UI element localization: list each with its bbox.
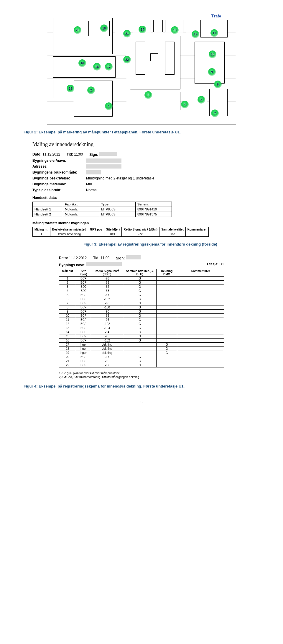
cell: 890TNG1419 <box>136 207 172 212</box>
cell: G <box>123 310 156 314</box>
cell: dekning <box>91 343 123 347</box>
cell: G <box>123 318 156 322</box>
cell: God <box>159 232 186 237</box>
cell <box>157 318 177 322</box>
cell: G <box>123 305 156 310</box>
cell: -78 <box>91 277 123 281</box>
col-header: Samtale kvalitet <box>159 227 186 232</box>
table-row: 16BCF-102G <box>59 339 224 343</box>
col-header: Type <box>99 202 136 207</box>
table-row: 1BCF-78G <box>59 277 224 281</box>
col-header: GPS pos <box>88 227 104 232</box>
glass-label: Type glass brukt: <box>32 188 80 192</box>
table-row: 18IngendekningG <box>59 347 224 351</box>
cell: BCF <box>76 281 91 285</box>
handset-header: Håndsett data: <box>32 196 259 200</box>
use-redacted <box>86 170 101 174</box>
cell: 1 <box>33 232 50 237</box>
measure-point-13: 13 <box>171 26 179 34</box>
cell: G <box>123 293 156 297</box>
indoor-footnotes: 1) Se gulv plan for oversikt over målepu… <box>59 372 224 379</box>
sign-label: Sign: <box>89 153 98 157</box>
footnote: 1) Se gulv plan for oversikt over målepu… <box>59 372 224 375</box>
cell <box>185 232 208 237</box>
measure-point-9: 9 <box>208 68 216 76</box>
cell: 4 <box>59 289 76 293</box>
cell <box>157 330 177 334</box>
cell: -72 <box>122 232 159 237</box>
cell <box>157 363 177 367</box>
table-row: 1Utenfor hovedinng.BCF-72God <box>33 232 209 237</box>
cell: Motorola <box>63 207 99 212</box>
cell: BCF <box>76 339 91 343</box>
cell <box>157 285 177 289</box>
table-row: 8BCF-100G <box>59 305 224 310</box>
trafo-label: Trafo <box>211 14 221 19</box>
col-header: Dekning DMO <box>157 269 177 277</box>
cell <box>177 343 224 347</box>
cell <box>157 334 177 339</box>
table-row: 5BCF-87G <box>59 293 224 297</box>
col-header: Radio Signal nivå (dBm) <box>91 269 123 277</box>
measure-point-4: 4 <box>181 101 189 108</box>
cell <box>177 339 224 343</box>
cell: MTP850S <box>99 212 136 217</box>
floorplan-figure: Trafo 2019211413121110981618172215215437 <box>47 12 236 125</box>
cell <box>177 355 224 359</box>
cell <box>177 322 224 326</box>
desc-label: Bygnings beskrivelse: <box>32 176 80 180</box>
indoor-time-label: Tid: <box>93 256 100 260</box>
page-number: 5 <box>24 400 259 404</box>
measure-point-18: 18 <box>93 63 101 71</box>
col-header: Beskrivelse av målested <box>50 227 88 232</box>
mat-value: Mur <box>86 182 92 186</box>
cell: Motorola <box>63 212 99 217</box>
figure-4-caption: Figur 4: Eksempel på registreringsskjema… <box>24 384 259 388</box>
cell <box>157 297 177 301</box>
measure-point-22: 22 <box>123 56 131 63</box>
outdoor-header: Måling foretatt utenfor bygningen. <box>32 221 259 225</box>
cell: 5 <box>59 293 76 297</box>
cell: G <box>123 289 156 293</box>
cell: 10 <box>59 314 76 318</box>
cell: dekning <box>91 351 123 355</box>
cell <box>157 326 177 330</box>
cell: 11 <box>59 318 76 322</box>
cell: 16 <box>59 339 76 343</box>
cell <box>157 322 177 326</box>
indoor-table: MålepktSite Id(er)Radio Signal nivå (dBm… <box>59 269 224 367</box>
cell: -90 <box>91 310 123 314</box>
cell <box>177 297 224 301</box>
measure-point-20: 20 <box>74 26 81 34</box>
col-header: Samtale Kvalitet (G, B, U) <box>123 269 156 277</box>
cell: 3 <box>59 285 76 289</box>
owner-label: Bygnings eier/navn: <box>32 158 80 163</box>
table-row: 13BCF-104G <box>59 326 224 330</box>
etasje-value: U1 <box>220 262 224 266</box>
cell: 15 <box>59 334 76 339</box>
cell: BCF <box>76 363 91 367</box>
cell: G <box>123 322 156 326</box>
cell <box>177 326 224 330</box>
col-header <box>33 202 63 207</box>
cell: -83 <box>91 289 123 293</box>
table-row: 19IngendekningG <box>59 351 224 355</box>
indoor-name-redacted <box>86 262 122 266</box>
col-header: Kommentarer <box>177 269 224 277</box>
cell: -79 <box>91 281 123 285</box>
cell: 22 <box>59 363 76 367</box>
sign-redacted <box>99 152 117 156</box>
table-row: 4BD0-83G <box>59 289 224 293</box>
date-label: Dato: <box>32 152 42 156</box>
table-row: Håndsett 1MotorolaMTP850S890TNG1419 <box>33 207 172 212</box>
cell: -94 <box>91 330 123 334</box>
table-row: 3BD0-82G <box>59 285 224 289</box>
cell: G <box>123 297 156 301</box>
owner-redacted <box>86 158 121 163</box>
measure-point-21: 21 <box>123 30 131 37</box>
measure-point-10: 10 <box>209 50 216 58</box>
cell: -102 <box>91 297 123 301</box>
cell: -96 <box>91 318 123 322</box>
cell: G <box>123 339 156 343</box>
cell: 12 <box>59 322 76 326</box>
